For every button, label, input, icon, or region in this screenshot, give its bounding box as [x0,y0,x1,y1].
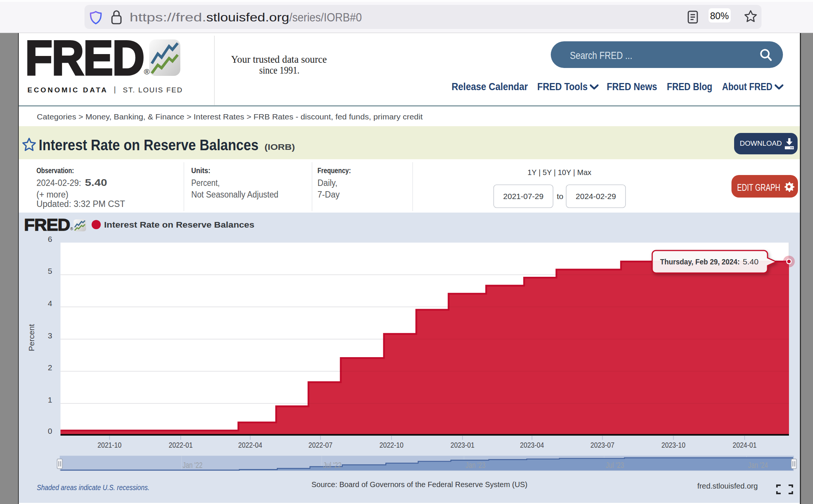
svg-text:Release Calendar: Release Calendar [452,81,528,92]
svg-text:Jan '23: Jan '23 [465,460,485,470]
svg-text:Interest Rate on Reserve Balan: Interest Rate on Reserve Balances [39,137,258,153]
svg-text:FRED Blog: FRED Blog [667,81,712,92]
svg-text:4: 4 [48,299,52,308]
svg-text:DOWNLOAD: DOWNLOAD [740,140,782,147]
svg-text:Daily,: Daily, [317,178,337,188]
svg-text:3: 3 [48,331,52,340]
svg-text:Jul '22: Jul '22 [323,460,342,470]
svg-text:Shaded areas indicate U.S. rec: Shaded areas indicate U.S. recessions. [37,483,150,492]
svg-text:2022-04: 2022-04 [238,441,262,449]
svg-text:Categories > Money, Banking, &: Categories > Money, Banking, & Finance >… [37,112,423,121]
svg-text:Percent: Percent [27,324,36,352]
svg-text:2023-07: 2023-07 [591,441,615,449]
svg-text:2023-10: 2023-10 [662,441,686,449]
svg-text:®: ® [70,227,73,231]
svg-text:Jul '23: Jul '23 [606,460,624,470]
svg-text:Your trusted data source: Your trusted data source [231,53,327,65]
svg-text:2021-07-29: 2021-07-29 [503,192,543,201]
svg-text:2023-04: 2023-04 [520,441,544,449]
svg-text:1Y | 5Y | 10Y | Max: 1Y | 5Y | 10Y | Max [527,168,591,177]
svg-text:2022-10: 2022-10 [379,441,403,449]
svg-text:5.40: 5.40 [85,177,107,188]
svg-text:FRED: FRED [25,31,144,85]
svg-text:Percent,: Percent, [191,178,220,188]
svg-text:0: 0 [48,427,52,435]
svg-text:(+ more): (+ more) [36,190,68,199]
svg-text:2022-01: 2022-01 [169,441,193,449]
svg-text:|: | [114,85,116,94]
svg-text:6: 6 [48,235,52,243]
svg-text:Frequency:: Frequency: [317,166,351,175]
svg-text:Source: Board of Governors of: Source: Board of Governors of the Federa… [311,480,527,489]
svg-text:7-Day: 7-Day [317,190,340,199]
svg-text:Units:: Units: [191,166,210,175]
svg-text:Jan '24: Jan '24 [748,460,768,470]
svg-text:(IORB): (IORB) [264,142,295,152]
svg-text:2023-01: 2023-01 [450,441,475,449]
svg-text:About FRED: About FRED [722,81,772,92]
svg-text:2024-01: 2024-01 [733,441,757,449]
svg-text:Not Seasonally Adjusted: Not Seasonally Adjusted [191,190,278,199]
svg-text:https://fred.: https://fred. [130,11,206,24]
svg-text:Search FRED ...: Search FRED ... [570,50,632,61]
svg-text:2024-02-29:: 2024-02-29: [36,178,81,188]
svg-text:ST. LOUIS FED: ST. LOUIS FED [123,86,183,94]
svg-text:FRED: FRED [24,216,70,234]
svg-text:80%: 80% [710,11,729,21]
svg-text:2024-02-29: 2024-02-29 [576,192,616,201]
svg-text:FRED News: FRED News [607,81,657,92]
svg-text:since 1991.: since 1991. [259,64,299,76]
svg-text:1: 1 [48,395,52,404]
svg-text:fred.stlouisfed.org: fred.stlouisfed.org [697,481,758,490]
svg-text:2021-10: 2021-10 [98,441,122,449]
svg-text:Interest Rate on Reserve Balan: Interest Rate on Reserve Balances [104,220,254,229]
svg-text:5: 5 [48,267,52,275]
svg-text:®: ® [144,67,150,76]
svg-text:Observation:: Observation: [36,166,74,175]
svg-text:Jan '22: Jan '22 [183,460,202,470]
svg-text:5.40: 5.40 [743,257,759,266]
svg-text:stlouisfed.org: stlouisfed.org [206,11,289,24]
svg-text:to: to [557,192,564,201]
svg-text:2022-07: 2022-07 [308,441,332,449]
svg-text:Updated: 3:32 PM CST: Updated: 3:32 PM CST [36,199,125,209]
svg-text:/series/IORB#0: /series/IORB#0 [289,11,362,24]
svg-text:Thursday, Feb 29, 2024:: Thursday, Feb 29, 2024: [660,257,740,266]
svg-text:FRED Tools: FRED Tools [537,81,588,92]
svg-text:EDIT GRAPH: EDIT GRAPH [737,182,780,193]
svg-text:2: 2 [48,363,52,372]
